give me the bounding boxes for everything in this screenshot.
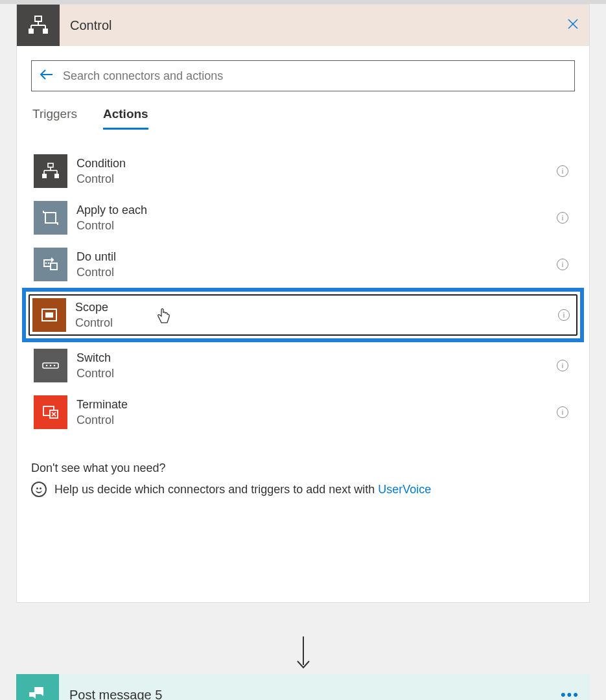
svg-point-24 [46,365,48,367]
step-menu-button[interactable]: ••• [561,686,590,700]
uservoice-link[interactable]: UserVoice [378,483,431,496]
tabs: Triggers Actions [31,107,575,130]
flow-arrow-icon [294,635,313,674]
svg-rect-6 [43,29,48,34]
info-icon[interactable]: i [557,212,568,224]
action-subtitle: Control [75,315,558,331]
action-item-switch[interactable]: Switch Control i [31,342,575,389]
action-list: Condition Control i Apply to each Contro… [31,148,575,436]
svg-rect-18 [51,263,57,270]
svg-rect-0 [35,16,41,21]
svg-rect-22 [45,312,53,318]
svg-rect-10 [48,163,53,167]
control-connector-icon [17,5,60,46]
apply-each-icon [34,201,67,235]
help-text: Help us decide which connectors and trig… [54,483,375,496]
action-picker-panel: Control Triggers Actions Condition Contr… [16,4,590,603]
action-title: Apply to each [76,202,557,218]
svg-point-20 [48,262,49,264]
svg-rect-15 [42,174,47,178]
panel-body: Triggers Actions Condition Control i [17,46,589,602]
action-title: Do until [76,249,557,264]
action-subtitle: Control [76,171,557,187]
tab-triggers[interactable]: Triggers [32,107,77,130]
info-icon[interactable]: i [558,309,570,321]
switch-icon [34,349,67,382]
do-until-icon [34,248,67,281]
info-icon[interactable]: i [557,360,568,371]
action-subtitle: Control [76,264,557,280]
action-title: Scope [75,299,558,315]
search-bar[interactable] [31,60,575,91]
svg-rect-17 [45,213,56,223]
action-title: Terminate [76,397,557,412]
action-item-terminate[interactable]: Terminate Control i [31,389,575,436]
post-message-icon [16,674,59,700]
search-input[interactable] [63,69,566,83]
info-icon[interactable]: i [557,259,568,270]
tab-actions[interactable]: Actions [103,107,148,130]
action-item-apply-to-each[interactable]: Apply to each Control i [31,194,575,241]
svg-point-26 [54,365,56,367]
terminate-icon [34,395,67,429]
action-title: Condition [76,156,557,171]
next-step-title: Post message 5 [59,688,561,701]
close-button[interactable] [557,18,589,33]
action-subtitle: Control [76,366,557,381]
panel-title: Control [60,18,557,33]
help-footer: Don't see what you need? Help us decide … [31,461,575,497]
action-title: Switch [76,350,557,366]
help-line: Help us decide which connectors and trig… [31,482,575,497]
svg-rect-5 [29,29,34,34]
action-subtitle: Control [76,412,557,428]
action-item-condition[interactable]: Condition Control i [31,148,575,194]
scope-icon [32,298,66,332]
info-icon[interactable]: i [557,165,568,177]
next-step-card[interactable]: Post message 5 ••• [16,674,590,700]
back-arrow-icon[interactable] [40,69,54,84]
condition-icon [34,154,67,188]
action-subtitle: Control [76,218,557,233]
action-item-do-until[interactable]: Do until Control i [31,241,575,288]
panel-header: Control [17,5,589,46]
smiley-icon [31,482,47,497]
action-item-scope[interactable]: Scope Control i [22,288,584,342]
info-icon[interactable]: i [557,406,568,418]
svg-rect-16 [54,174,59,178]
help-question: Don't see what you need? [31,461,575,475]
svg-point-25 [50,365,52,367]
svg-point-19 [45,262,47,264]
